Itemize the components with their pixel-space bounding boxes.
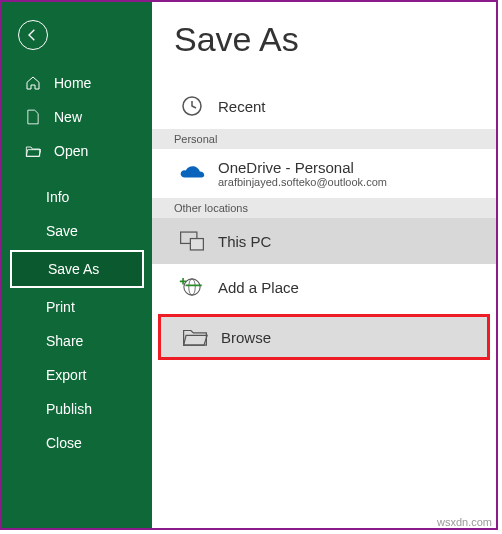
nav-publish[interactable]: Publish	[2, 392, 152, 426]
nav-label: Save	[46, 223, 78, 239]
nav-info[interactable]: Info	[2, 180, 152, 214]
app-frame: Home New Open Info Save Save As Print Sh…	[0, 0, 498, 530]
nav-new[interactable]: New	[2, 100, 152, 134]
svg-rect-2	[190, 239, 203, 250]
loc-label: Browse	[221, 329, 271, 346]
nav-print[interactable]: Print	[2, 290, 152, 324]
onedrive-email: arafbinjayed.softeko@outlook.com	[218, 176, 387, 188]
nav-label: Info	[46, 189, 69, 205]
browse-folder-icon	[177, 327, 213, 347]
loc-browse[interactable]: Browse	[158, 314, 490, 360]
nav-label: Save As	[48, 261, 99, 277]
loc-label: This PC	[218, 233, 271, 250]
home-icon	[24, 75, 42, 91]
add-place-icon	[174, 276, 210, 298]
nav-primary: Home New Open	[2, 66, 152, 168]
nav-share[interactable]: Share	[2, 324, 152, 358]
nav-label: Close	[46, 435, 82, 451]
this-pc-icon	[174, 230, 210, 252]
loc-label: Add a Place	[218, 279, 299, 296]
loc-add-place[interactable]: Add a Place	[152, 264, 496, 310]
nav-secondary: Info Save Save As Print Share Export Pub…	[2, 180, 152, 460]
back-button[interactable]	[18, 20, 48, 50]
loc-recent[interactable]: Recent	[152, 83, 496, 129]
nav-label: Open	[54, 143, 88, 159]
sidebar: Home New Open Info Save Save As Print Sh…	[2, 2, 152, 528]
watermark: wsxdn.com	[437, 516, 492, 528]
svg-point-4	[189, 279, 196, 295]
locations-list: Recent Personal OneDrive - Personal araf…	[152, 83, 496, 360]
page-title: Save As	[152, 20, 496, 59]
open-folder-icon	[24, 144, 42, 158]
nav-label: Print	[46, 299, 75, 315]
nav-label: Home	[54, 75, 91, 91]
nav-save[interactable]: Save	[2, 214, 152, 248]
section-personal: Personal	[152, 129, 496, 149]
main-panel: Save As Recent Personal OneDrive - Perso…	[152, 2, 496, 528]
nav-label: Share	[46, 333, 83, 349]
loc-onedrive[interactable]: OneDrive - Personal arafbinjayed.softeko…	[152, 149, 496, 198]
loc-this-pc[interactable]: This PC	[152, 218, 496, 264]
new-icon	[24, 109, 42, 125]
clock-icon	[174, 94, 210, 118]
loc-label: Recent	[218, 98, 266, 115]
nav-open[interactable]: Open	[2, 134, 152, 168]
back-arrow-icon	[25, 27, 41, 43]
section-other: Other locations	[152, 198, 496, 218]
nav-label: Export	[46, 367, 86, 383]
nav-label: Publish	[46, 401, 92, 417]
nav-export[interactable]: Export	[2, 358, 152, 392]
nav-label: New	[54, 109, 82, 125]
nav-save-as[interactable]: Save As	[10, 250, 144, 288]
onedrive-title: OneDrive - Personal	[218, 159, 387, 176]
onedrive-icon	[174, 165, 210, 183]
nav-home[interactable]: Home	[2, 66, 152, 100]
nav-close[interactable]: Close	[2, 426, 152, 460]
